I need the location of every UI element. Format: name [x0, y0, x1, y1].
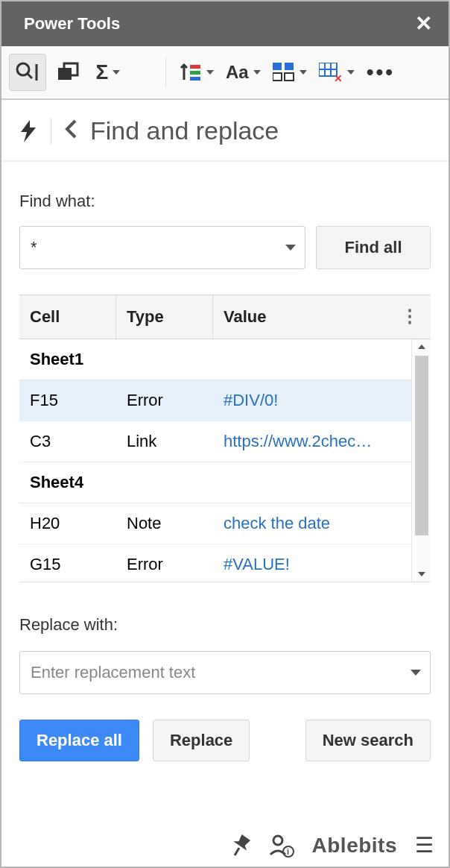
replace-placeholder: Enter replacement text — [31, 663, 195, 682]
chevron-down-icon[interactable] — [411, 670, 421, 676]
cell-value: check the date — [213, 503, 411, 544]
chevron-down-icon — [300, 70, 307, 75]
tool-more-icon[interactable]: ••• — [362, 54, 399, 91]
tool-sort-icon[interactable] — [175, 54, 218, 91]
col-value[interactable]: Value — [213, 295, 431, 339]
tool-sum-icon[interactable]: Σ — [89, 54, 127, 91]
tool-search-icon[interactable] — [9, 54, 46, 91]
scroll-down-icon[interactable] — [412, 567, 431, 582]
cell-value: #DIV/0! — [213, 380, 411, 421]
results-header: Cell Type Value ⋮ — [19, 295, 431, 339]
group-row[interactable]: Sheet4 — [19, 462, 411, 503]
results-table: Cell Type Value ⋮ Sheet1F15Error#DIV/0!C… — [19, 295, 431, 582]
cell-type: Error — [116, 380, 213, 421]
cell-value: #VALUE! — [213, 544, 411, 582]
cell-type: Note — [116, 503, 213, 544]
group-row[interactable]: Sheet1 — [19, 339, 411, 380]
svg-text:i: i — [287, 847, 289, 856]
table-row[interactable]: H20Notecheck the date — [19, 503, 411, 544]
scroll-up-icon[interactable] — [412, 339, 431, 354]
bolt-icon[interactable] — [21, 120, 37, 142]
cell-ref: C3 — [19, 421, 116, 462]
svg-rect-7 — [190, 71, 200, 75]
toolbar-separator — [165, 57, 166, 87]
replace-all-button[interactable]: Replace all — [19, 720, 139, 761]
toolbar: Σ Aa ✕ — [1, 46, 449, 100]
col-type[interactable]: Type — [116, 295, 213, 339]
window-title: Power Tools — [24, 14, 120, 34]
svg-rect-9 — [273, 63, 282, 70]
person-info-icon[interactable]: i — [269, 834, 294, 858]
tool-split-icon[interactable] — [268, 54, 311, 91]
col-cell[interactable]: Cell — [19, 295, 116, 339]
find-label: Find what: — [19, 192, 431, 211]
hamburger-icon[interactable]: ☰ — [415, 833, 434, 858]
page-title: Find and replace — [90, 116, 279, 145]
svg-rect-8 — [190, 77, 200, 81]
close-icon[interactable]: ✕ — [415, 13, 432, 34]
replace-button[interactable]: Replace — [153, 720, 250, 761]
tool-text-icon[interactable]: Aa — [221, 54, 265, 91]
cell-ref: F15 — [19, 380, 116, 421]
cell-type: Error — [116, 544, 213, 582]
tool-sheets-icon[interactable]: ✕ — [314, 54, 359, 91]
brand-label: Ablebits — [312, 834, 397, 858]
find-all-button[interactable]: Find all — [316, 226, 431, 269]
tool-dedupe-icon[interactable] — [49, 54, 86, 91]
chevron-down-icon[interactable] — [285, 245, 296, 251]
chevron-down-icon — [253, 70, 261, 75]
table-row[interactable]: F15Error#DIV/0! — [19, 380, 411, 421]
svg-rect-11 — [273, 73, 282, 81]
svg-rect-12 — [285, 73, 294, 81]
chevron-down-icon — [112, 70, 120, 75]
svg-marker-18 — [21, 120, 36, 142]
replace-label: Replace with: — [19, 615, 431, 635]
find-input[interactable]: * — [19, 226, 305, 269]
svg-point-0 — [17, 63, 29, 75]
back-icon[interactable] — [65, 119, 77, 144]
table-row[interactable]: G15Error#VALUE! — [19, 544, 411, 582]
svg-text:✕: ✕ — [334, 72, 343, 82]
cell-ref: G15 — [19, 544, 116, 582]
cell-value: https://www.2chec… — [213, 421, 411, 462]
new-search-button[interactable]: New search — [305, 720, 431, 761]
svg-line-1 — [28, 74, 32, 78]
svg-line-19 — [235, 848, 239, 855]
pin-icon[interactable] — [232, 834, 251, 857]
svg-rect-10 — [285, 63, 294, 70]
scrollbar[interactable] — [411, 339, 431, 582]
chevron-down-icon — [347, 70, 355, 75]
cell-type: Link — [116, 421, 213, 462]
table-row[interactable]: C3Linkhttps://www.2chec… — [19, 421, 411, 462]
svg-point-20 — [273, 836, 282, 845]
separator — [51, 118, 51, 145]
replace-input[interactable]: Enter replacement text — [19, 651, 431, 694]
chevron-down-icon — [206, 70, 214, 75]
scroll-thumb[interactable] — [415, 356, 428, 535]
svg-rect-6 — [190, 65, 200, 69]
kebab-icon[interactable]: ⋮ — [401, 306, 419, 327]
find-input-value: * — [31, 238, 37, 257]
cell-ref: H20 — [19, 503, 116, 544]
